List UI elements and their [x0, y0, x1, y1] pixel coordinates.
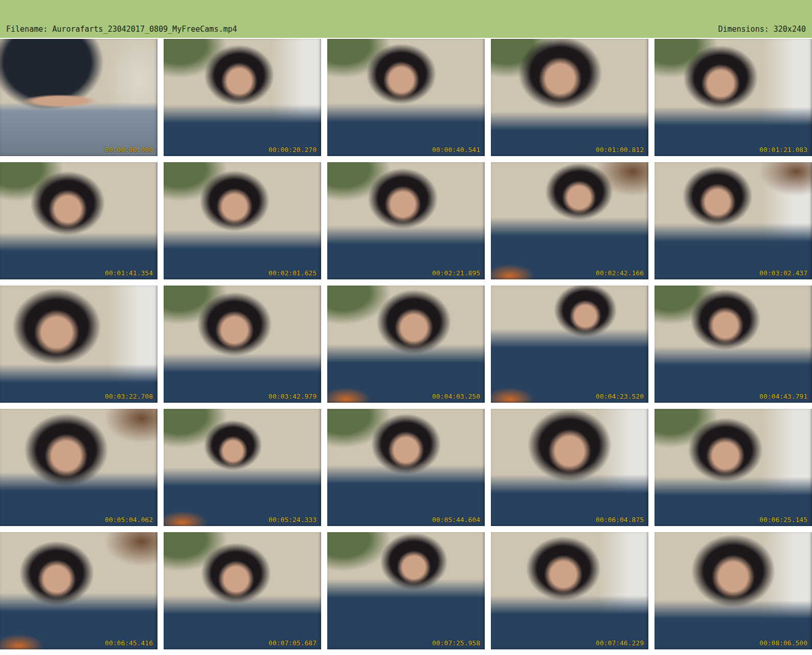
thumbnail-grid: 00:00:00.00000:00:20.27000:00:40.54100:0… — [0, 39, 812, 649]
video-thumbnail: 00:05:44.604 — [327, 409, 485, 526]
thumbnail-timestamp: 00:03:42.979 — [268, 392, 317, 400]
video-thumbnail: 00:04:43.791 — [655, 286, 812, 403]
thumbnail-timestamp: 00:04:43.791 — [759, 392, 807, 400]
thumbnail-timestamp: 00:00:00.000 — [105, 146, 153, 154]
thumbnail-timestamp: 00:06:25.145 — [759, 516, 807, 523]
thumbnail-timestamp: 00:04:03.250 — [432, 392, 480, 400]
thumbnail-timestamp: 00:06:04.875 — [596, 516, 644, 523]
dimensions-line: Dimensions: 320x240 — [690, 24, 806, 34]
thumbnail-timestamp: 00:00:20.270 — [268, 146, 317, 154]
thumbnail-timestamp: 00:01:41.354 — [105, 269, 153, 277]
video-thumbnail: 00:02:01.625 — [164, 162, 321, 279]
thumbnail-timestamp: 00:07:05.687 — [268, 639, 317, 647]
video-thumbnail: 00:04:23.520 — [491, 286, 648, 403]
video-thumbnail: 00:05:04.062 — [0, 409, 157, 526]
video-thumbnail: 00:00:40.541 — [327, 39, 485, 156]
file-info-header: Filename: Aurorafarts_23042017_0809_MyFr… — [0, 0, 812, 38]
filename-value: Aurorafarts_23042017_0809_MyFreeCams.mp4 — [52, 25, 237, 34]
thumbnail-timestamp: 00:03:02.437 — [759, 269, 807, 277]
video-thumbnail: 00:07:46.229 — [491, 532, 648, 649]
video-thumbnail: 00:01:00.812 — [491, 39, 648, 156]
video-thumbnail: 00:06:45.416 — [0, 532, 157, 649]
video-thumbnail: 00:00:20.270 — [164, 39, 321, 156]
video-thumbnail: 00:03:02.437 — [655, 162, 812, 279]
dimensions-value: 320x240 — [774, 25, 806, 34]
video-thumbnail: 00:04:03.250 — [327, 286, 485, 403]
video-thumbnail: 00:02:42.166 — [491, 162, 648, 279]
thumbnail-timestamp: 00:00:40.541 — [432, 146, 480, 154]
video-thumbnail: 00:08:06.500 — [655, 532, 812, 649]
video-thumbnail: 00:07:25.958 — [327, 532, 485, 649]
video-thumbnail: 00:02:21.895 — [327, 162, 485, 279]
video-thumbnail: 00:05:24.333 — [164, 409, 321, 526]
video-thumbnail: 00:03:22.708 — [0, 286, 157, 403]
thumbnail-timestamp: 00:01:00.812 — [596, 146, 644, 154]
thumbnail-timestamp: 00:02:42.166 — [596, 269, 644, 277]
thumbnail-timestamp: 00:05:04.062 — [105, 516, 153, 523]
thumbnail-timestamp: 00:07:25.958 — [432, 639, 480, 647]
thumbnail-timestamp: 00:08:06.500 — [759, 639, 807, 647]
video-thumbnail: 00:01:41.354 — [0, 162, 157, 279]
thumbnail-timestamp: 00:02:01.625 — [268, 269, 317, 277]
video-thumbnail: 00:07:05.687 — [164, 532, 321, 649]
thumbnail-timestamp: 00:06:45.416 — [105, 639, 153, 647]
video-thumbnail: 00:00:00.000 — [0, 39, 157, 156]
thumbnail-timestamp: 00:05:44.604 — [432, 516, 480, 523]
thumbnail-timestamp: 00:02:21.895 — [432, 269, 480, 277]
thumbnail-timestamp: 00:01:21.083 — [759, 146, 807, 154]
dimensions-label: Dimensions: — [718, 25, 769, 34]
filename-label: Filename: — [6, 25, 48, 34]
video-thumbnail: 00:03:42.979 — [164, 286, 321, 403]
video-thumbnail: 00:06:04.875 — [491, 409, 648, 526]
thumbnail-timestamp: 00:07:46.229 — [596, 639, 644, 647]
thumbnail-timestamp: 00:04:23.520 — [596, 392, 644, 400]
video-thumbnail: 00:06:25.145 — [655, 409, 812, 526]
filename-line: Filename: Aurorafarts_23042017_0809_MyFr… — [6, 24, 237, 34]
thumbnail-timestamp: 00:05:24.333 — [268, 516, 317, 523]
thumbnail-timestamp: 00:03:22.708 — [105, 392, 153, 400]
video-thumbnail: 00:01:21.083 — [655, 39, 812, 156]
